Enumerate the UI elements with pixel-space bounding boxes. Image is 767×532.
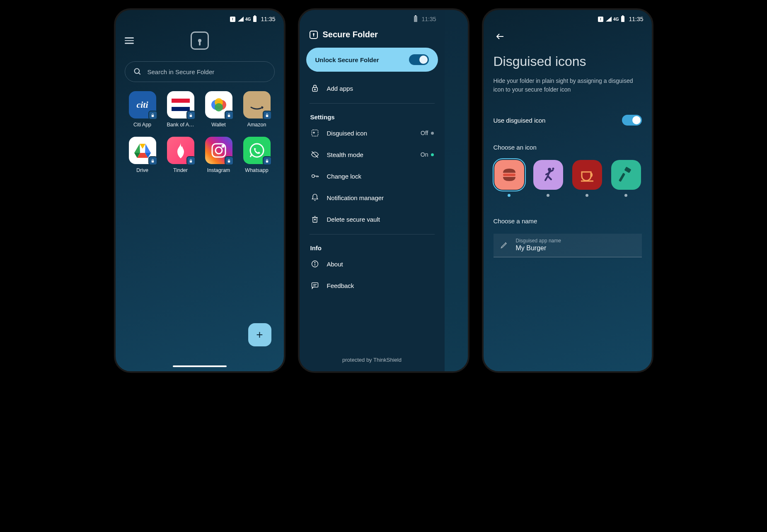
- drawer-item-key[interactable]: Change lock: [300, 165, 445, 187]
- info-section-label: Info: [300, 239, 445, 253]
- drawer-heading: Secure Folder: [323, 30, 378, 39]
- app-label: Amazon: [247, 122, 266, 128]
- drawer-item-disguise[interactable]: Disguised icon Off: [300, 122, 445, 144]
- svg-line-1: [138, 73, 140, 75]
- svg-rect-33: [312, 130, 318, 136]
- svg-rect-27: [266, 160, 269, 162]
- divider: [310, 234, 435, 235]
- selection-dot: [624, 194, 627, 197]
- app-icon: citi: [129, 91, 156, 118]
- trash-icon: [310, 215, 319, 223]
- burger-icon: [494, 160, 524, 190]
- drawer-item-status: On: [421, 151, 434, 158]
- drawer-item-status: Off: [421, 130, 433, 136]
- search-icon: [133, 68, 142, 76]
- screen-secure-folder-home: ! 4G 11:35 Search in Secure Folder citi …: [114, 8, 286, 373]
- app-item[interactable]: citi Citi App: [126, 91, 160, 128]
- app-item[interactable]: Wallet: [202, 91, 236, 128]
- lock-plus-icon: [310, 84, 319, 92]
- svg-rect-58: [624, 167, 631, 173]
- drawer-item-info[interactable]: About: [300, 253, 445, 275]
- svg-point-10: [215, 103, 223, 111]
- app-grid: citi Citi App Bank of A… Wallet Amazon D…: [116, 91, 284, 173]
- drawer-item-label: Stealth mode: [327, 151, 413, 158]
- icon-option-burger[interactable]: [494, 160, 525, 197]
- use-disguised-toggle[interactable]: [622, 115, 642, 126]
- icon-option-coffee[interactable]: [571, 160, 603, 197]
- screen-drawer: 11:35 Secure Folder Unlock Secure Folder…: [298, 8, 469, 373]
- svg-rect-20: [152, 160, 154, 162]
- app-label: Drive: [136, 167, 148, 173]
- battery-icon: [253, 16, 256, 22]
- drawer-item-label: About: [327, 261, 434, 268]
- icon-option-dance[interactable]: [532, 160, 564, 197]
- use-disguised-label: Use disguised icon: [494, 117, 546, 124]
- svg-rect-6: [190, 115, 192, 117]
- icon-picker: [494, 160, 642, 197]
- header: [116, 24, 284, 54]
- drawer-item-label: Change lock: [327, 173, 434, 180]
- add-apps-label: Add apps: [327, 85, 434, 92]
- drawer-item-bell[interactable]: Notification manager: [300, 187, 445, 208]
- svg-marker-14: [140, 144, 145, 149]
- hammer-icon: [611, 160, 641, 190]
- app-item[interactable]: Instagram: [202, 137, 236, 173]
- drawer-footer: protected by ThinkShield: [300, 357, 445, 363]
- svg-rect-2: [152, 115, 154, 117]
- drawer-title: Secure Folder: [300, 24, 445, 48]
- svg-rect-4: [172, 103, 190, 107]
- add-fab-button[interactable]: +: [248, 323, 271, 346]
- divider: [310, 103, 435, 104]
- app-icon: [243, 91, 271, 118]
- app-icon: [205, 91, 232, 118]
- unlock-toggle[interactable]: [409, 54, 429, 65]
- app-item[interactable]: Whatsapp: [240, 137, 274, 173]
- sim-icon: !: [598, 17, 603, 22]
- app-icon: [167, 91, 194, 118]
- stealth-icon: [310, 150, 319, 159]
- app-icon: [129, 137, 156, 164]
- back-arrow-icon[interactable]: [495, 31, 640, 41]
- drawer-item-trash[interactable]: Delete secure vault: [300, 208, 445, 230]
- app-item[interactable]: Tinder: [164, 137, 198, 173]
- status-time: 11:35: [261, 16, 275, 22]
- drawer-item-chat[interactable]: Feedback: [300, 275, 445, 296]
- drawer-item-label: Feedback: [327, 282, 434, 289]
- page-title: Disguised icons: [494, 54, 642, 69]
- svg-rect-50: [312, 283, 318, 287]
- signal-icon: [238, 17, 244, 22]
- disguised-name-field[interactable]: Disguised app name My Burger: [494, 234, 642, 257]
- nav-drawer: 11:35 Secure Folder Unlock Secure Folder…: [300, 10, 445, 371]
- drawer-item-label: Notification manager: [327, 194, 434, 201]
- selection-dot: [508, 194, 511, 197]
- svg-rect-54: [503, 174, 515, 176]
- drawer-item-stealth[interactable]: Stealth mode On: [300, 144, 445, 165]
- app-label: Instagram: [207, 167, 230, 173]
- app-item[interactable]: Amazon: [240, 91, 274, 128]
- search-input[interactable]: Search in Secure Folder: [125, 61, 275, 82]
- app-item[interactable]: Drive: [126, 137, 160, 173]
- svg-rect-59: [618, 173, 625, 182]
- name-field-label: Disguised app name: [516, 238, 635, 244]
- app-label: Bank of A…: [167, 122, 194, 128]
- lock-icon: [310, 31, 318, 39]
- menu-icon[interactable]: [125, 37, 134, 44]
- name-field-value: My Burger: [516, 244, 635, 252]
- chat-icon: [310, 281, 319, 290]
- app-item[interactable]: Bank of A…: [164, 91, 198, 128]
- plus-icon: +: [256, 328, 263, 341]
- page-description: Hide your folder in plain sight by assig…: [494, 77, 642, 94]
- svg-rect-25: [228, 160, 230, 162]
- home-indicator[interactable]: [173, 365, 227, 367]
- svg-point-23: [215, 147, 222, 154]
- status-time: 11:35: [629, 16, 643, 22]
- bell-icon: [310, 193, 319, 202]
- use-disguised-toggle-row[interactable]: Use disguised icon: [494, 115, 642, 126]
- network-label: 4G: [245, 17, 251, 22]
- unlock-toggle-row[interactable]: Unlock Secure Folder: [306, 48, 438, 72]
- network-label: 4G: [613, 17, 619, 22]
- icon-option-hammer[interactable]: [610, 160, 642, 197]
- svg-marker-15: [145, 144, 151, 153]
- drawer-item-add-apps[interactable]: Add apps: [300, 77, 445, 99]
- search-placeholder: Search in Secure Folder: [148, 68, 215, 75]
